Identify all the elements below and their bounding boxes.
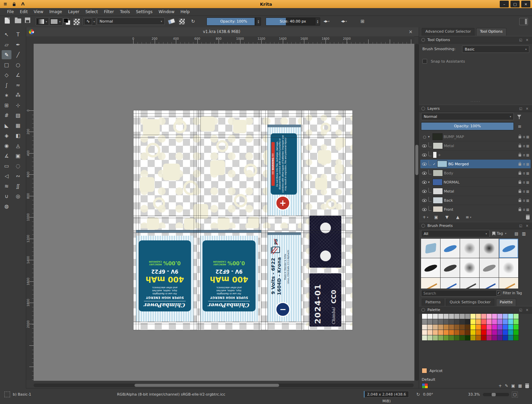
tab-patterns[interactable]: Patterns (422, 299, 444, 306)
layer-alpha-icon[interactable]: α (523, 153, 525, 157)
tool-assistants[interactable]: ◬ (13, 141, 23, 150)
palette-swatch[interactable] (465, 319, 470, 324)
palette-swatch[interactable] (465, 325, 470, 330)
palette-swatch[interactable] (503, 319, 508, 324)
brush-size-slider[interactable]: Size: 40.00 px ▲▼ (266, 18, 320, 26)
palette-swatch[interactable] (508, 314, 513, 319)
palette-swatch[interactable] (497, 335, 502, 340)
tool-smart-patch[interactable]: ◈ (2, 131, 11, 140)
palette-swatch[interactable] (449, 325, 454, 330)
palette-swatch[interactable] (514, 314, 519, 319)
workspace-chooser-button[interactable] (519, 18, 528, 25)
layer-style-icon[interactable]: ▦ (526, 199, 529, 202)
layer-style-icon[interactable]: ▦ (526, 190, 529, 193)
palette-swatch[interactable] (470, 325, 476, 330)
palette-swatch[interactable] (460, 319, 465, 324)
layer-row[interactable]: Backα▦ (420, 196, 531, 205)
palette-swatch[interactable] (514, 325, 519, 330)
open-document-button[interactable] (15, 18, 21, 23)
maximize-button[interactable]: ▢ (510, 1, 520, 7)
palette-swatch[interactable] (481, 314, 486, 319)
palette-swatch[interactable] (514, 319, 519, 324)
layer-row[interactable]: Bodyα▦ (420, 169, 531, 178)
layer-visibility-icon[interactable] (422, 179, 427, 185)
palette-swatch[interactable] (422, 314, 427, 319)
palette-swatch[interactable] (470, 319, 476, 324)
document-close-icon[interactable]: × (408, 29, 414, 35)
layer-lock-icon[interactable] (519, 189, 522, 193)
eraser-mode-button[interactable] (168, 18, 175, 24)
tool-multibrush[interactable]: ⁂ (13, 91, 23, 100)
menu-layer[interactable]: Layer (65, 9, 82, 15)
scrollbar-thumb[interactable] (415, 145, 418, 175)
layer-alpha-icon[interactable]: α (523, 180, 525, 184)
add-layer-button[interactable]: +▾ (421, 213, 430, 221)
brush-preset-13[interactable] (460, 278, 479, 289)
palette-swatch[interactable] (470, 314, 476, 319)
palette-swatch[interactable] (508, 325, 513, 330)
layer-row[interactable]: Frontα▦ (420, 205, 531, 212)
filter-in-tag-checkbox[interactable]: ✓ (496, 291, 501, 295)
tool-ellipse[interactable]: ○ (13, 60, 23, 69)
palette-swatch[interactable] (422, 319, 427, 324)
tool-polygon[interactable]: ◇ (2, 70, 11, 79)
float-docker-icon[interactable]: ◱ (518, 38, 523, 42)
brush-smoothing-dropdown[interactable]: Basic ▾ (462, 45, 529, 53)
palette-swatch[interactable] (514, 330, 519, 335)
snap-to-assistants-row[interactable]: Snap to Assistants (422, 58, 465, 64)
palette-swatch[interactable] (460, 330, 465, 335)
palette-swatch[interactable] (444, 335, 449, 340)
menu-select[interactable]: Select (82, 9, 101, 15)
tool-edit-shapes[interactable]: ▱ (2, 40, 11, 49)
float-docker-icon[interactable]: ◱ (518, 224, 523, 228)
tool-pattern-edit[interactable]: ▦ (13, 121, 23, 130)
palette-swatch[interactable] (508, 319, 513, 324)
menu-tools[interactable]: Tools (117, 9, 133, 15)
palette-swatch[interactable] (514, 335, 519, 340)
vertical-scrollbar[interactable] (415, 44, 419, 381)
tool-bezier-curve[interactable]: ∫ (2, 80, 11, 90)
palette-swatch[interactable] (465, 314, 470, 319)
brush-preset-2[interactable] (441, 239, 460, 258)
palette-swatch[interactable] (427, 319, 432, 324)
palette-swatch[interactable] (422, 330, 427, 335)
docker-splitter[interactable] (419, 101, 532, 103)
save-document-button[interactable] (25, 18, 30, 23)
palette-swatch[interactable] (508, 335, 513, 340)
add-color-button[interactable]: + (498, 383, 502, 388)
palette-swatch[interactable] (438, 325, 443, 330)
tab-quick-settings-docker[interactable]: Quick Settings Docker (446, 299, 494, 306)
menu-help[interactable]: Help (178, 9, 193, 15)
palette-swatch[interactable] (427, 325, 432, 330)
list-view-button[interactable]: ▤ (515, 231, 518, 236)
layer-row[interactable]: ▾NORMALα▦ (420, 178, 531, 187)
palette-chooser-icon[interactable] (422, 383, 428, 389)
layers-header[interactable]: Layers ◱ × (419, 105, 532, 112)
palette-swatch[interactable] (454, 335, 459, 340)
wrap-around-mode-button[interactable]: ⊞ (358, 18, 367, 25)
canvas-rotation-icon[interactable]: ↻ (416, 392, 420, 397)
layer-lock-icon[interactable] (519, 135, 522, 139)
canvas-viewport[interactable]: ChimbaPower SUPER HIGH ENERGY For use in… (34, 44, 414, 381)
brush-preset-14[interactable] (480, 278, 499, 289)
tool-move[interactable]: ⊹ (13, 101, 23, 110)
palette-swatch[interactable] (454, 325, 459, 330)
brush-preset-9[interactable] (480, 258, 499, 277)
tag-button[interactable]: Tag ▾ (492, 231, 506, 236)
layer-style-icon[interactable]: ▦ (526, 144, 529, 148)
layer-visibility-icon[interactable] (422, 152, 427, 158)
image-dimensions-field[interactable]: 2,048 x 2,048 (438.6 MiB) (364, 391, 409, 398)
menu-edit[interactable]: Edit (17, 9, 31, 15)
blend-mode-dropdown[interactable]: Normal ▾ (97, 18, 165, 25)
layer-lock-icon[interactable] (519, 207, 522, 211)
brush-preset-4[interactable] (480, 239, 499, 258)
layer-alpha-icon[interactable]: α (523, 199, 525, 202)
zoom-slider[interactable] (483, 393, 509, 396)
palette-swatch[interactable] (427, 335, 432, 340)
layer-row[interactable]: ✓BG Mergedα▦ (420, 160, 531, 169)
palette-swatch[interactable] (470, 330, 476, 335)
snap-to-assistants-checkbox[interactable] (422, 59, 427, 64)
palette-swatch[interactable] (487, 314, 492, 319)
palette-swatch[interactable] (433, 325, 438, 330)
brush-preset-12[interactable] (441, 278, 460, 289)
